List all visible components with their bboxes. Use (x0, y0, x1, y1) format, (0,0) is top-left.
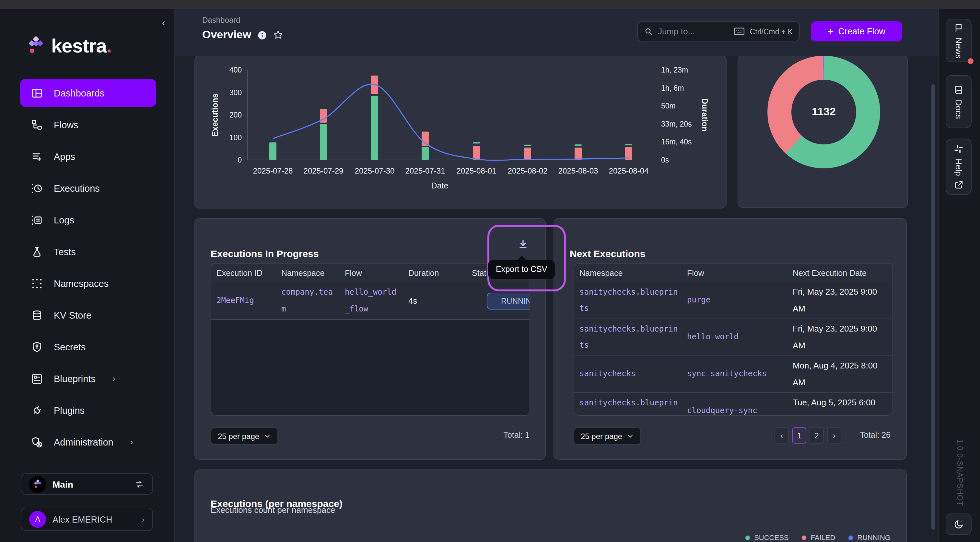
svg-text:2025-07-29: 2025-07-29 (304, 166, 344, 175)
sidebar-item-label: Administration (54, 437, 113, 447)
info-icon[interactable] (257, 30, 267, 40)
chevron-right-icon: › (130, 437, 133, 447)
table-row[interactable]: 2MeeFMig company.team hello_world_flow 4… (211, 282, 530, 320)
sidebar-item-tests[interactable]: Tests (20, 238, 156, 266)
executions-donut-card: 1132 (738, 56, 908, 208)
executions-donut-chart[interactable]: 1132 (767, 56, 880, 168)
topbar: Dashboard Overview Jump to... Ctrl/Cmd +… (175, 9, 939, 56)
flow-link[interactable]: hello-world (687, 319, 784, 355)
per-page-dropdown[interactable]: 25 per page (574, 427, 641, 445)
kvstore-icon (31, 309, 43, 321)
prev-page-button[interactable]: ‹ (775, 427, 789, 444)
page-button-2[interactable]: 2 (810, 427, 824, 444)
user-chevron-icon: › (142, 515, 145, 524)
column-header[interactable]: Namespace (281, 263, 342, 282)
namespace-link[interactable]: sanitychecks.blueprints (579, 282, 678, 319)
sidebar-item-logs[interactable]: Logs (20, 206, 156, 234)
tests-icon (31, 246, 43, 257)
secrets-icon (31, 341, 43, 353)
export-csv-icon[interactable] (517, 238, 529, 250)
flow-link[interactable]: cloudquery-sync (687, 393, 784, 416)
table-row[interactable]: sanitychecks.blueprints hello-world Fri,… (574, 319, 892, 356)
user-avatar: A (29, 511, 46, 528)
executions-timeline-chart-card: 40030020010001h, 23m1h, 6m50m33m, 20s16m… (194, 56, 727, 209)
rail-tab-help[interactable]: Help (946, 139, 972, 195)
legend-item-failed[interactable]: FAILED (802, 534, 835, 541)
flow-link[interactable]: purge (687, 282, 784, 319)
sidebar-item-label: Blueprints (54, 373, 95, 384)
table-row[interactable]: sanitychecks.blueprints cloudquery-sync … (574, 393, 892, 416)
namespace-link[interactable]: sanitychecks.blueprints (579, 393, 678, 416)
sidebar-item-blueprints[interactable]: Blueprints› (20, 365, 156, 392)
namespace-link[interactable]: company.team (281, 282, 336, 319)
sidebar-item-executions[interactable]: Executions (20, 174, 156, 202)
svg-text:2025-08-04: 2025-08-04 (609, 166, 649, 175)
execution-id-link[interactable]: 2MeeFMig (216, 282, 276, 319)
news-icon (953, 22, 964, 33)
executions-timeline-chart[interactable]: 40030020010001h, 23m1h, 6m50m33m, 20s16m… (195, 56, 726, 208)
sidebar-item-administration[interactable]: Administration› (20, 428, 156, 456)
sidebar-item-namespaces[interactable]: Namespaces (20, 269, 156, 297)
executions-in-progress-table: Execution IDNamespaceFlowDurationStatus … (211, 263, 530, 416)
slack-icon (953, 143, 964, 154)
favorite-star-icon[interactable] (272, 30, 283, 40)
status-badge[interactable]: RUNNING (487, 292, 530, 309)
table-header: Execution IDNamespaceFlowDurationStatus (211, 263, 530, 282)
sidebar-item-secrets[interactable]: Secrets (20, 333, 156, 361)
theme-toggle-button[interactable] (946, 513, 972, 535)
right-rail: News Docs Help 1.0.0-SNAPSHOT (939, 9, 980, 542)
namespace-link[interactable]: sanitychecks.blueprints (579, 319, 678, 355)
external-link-icon (954, 180, 964, 190)
panel-title: Next Executions (570, 248, 645, 259)
create-flow-button[interactable]: + Create Flow (811, 21, 902, 41)
sidebar-item-kv-store[interactable]: KV Store (20, 301, 156, 329)
breadcrumb[interactable]: Dashboard (202, 16, 240, 25)
svg-text:1h, 23m: 1h, 23m (661, 66, 688, 74)
rail-tab-news[interactable]: News (946, 19, 972, 62)
legend-item-success[interactable]: SUCCESS (745, 534, 789, 541)
kestra-wordmark: kestra. (51, 35, 112, 57)
sidebar-collapse-button[interactable]: ‹ (162, 17, 165, 28)
page-button-1[interactable]: 1 (792, 427, 806, 444)
tenant-selector[interactable]: Main (21, 473, 153, 495)
column-header[interactable]: Next Execution Date (793, 263, 889, 282)
moon-icon (953, 519, 964, 530)
flow-link[interactable]: hello_world_flow (345, 282, 401, 319)
switch-tenant-icon[interactable] (134, 479, 145, 489)
table-row[interactable]: sanitychecks sync_sanitychecks Mon, Aug … (574, 356, 892, 393)
sidebar-item-apps[interactable]: Apps (20, 143, 156, 170)
panel-subtitle: Executions count per namespace (211, 505, 335, 515)
column-header[interactable]: Execution ID (216, 263, 279, 282)
sidebar-item-label: Tests (54, 246, 76, 257)
svg-text:2025-07-28: 2025-07-28 (253, 166, 293, 175)
sidebar-item-plugins[interactable]: Plugins (20, 396, 156, 424)
column-header[interactable]: Flow (345, 263, 406, 282)
user-menu[interactable]: A Alex EMERICH › (21, 508, 153, 531)
legend-item-running[interactable]: RUNNING (848, 534, 891, 541)
svg-text:0s: 0s (661, 156, 669, 164)
page-title: Overview (202, 29, 251, 41)
svg-text:300: 300 (229, 89, 242, 97)
column-header[interactable]: Duration (408, 263, 469, 282)
version-label: 1.0.0-SNAPSHOT (955, 439, 964, 506)
sidebar: ‹ kestra. DashboardsFlowsAppsExecutionsL… (0, 9, 175, 542)
search-shortcut: Ctrl/Cmd + K (750, 27, 793, 35)
column-header[interactable]: Namespace (579, 263, 683, 282)
sidebar-item-flows[interactable]: Flows (20, 111, 156, 139)
column-header[interactable]: Flow (687, 263, 788, 282)
plugins-icon (31, 404, 43, 416)
next-page-button[interactable]: › (827, 427, 841, 444)
per-page-dropdown[interactable]: 25 per page (211, 427, 278, 445)
executions-per-namespace-card: Executions (per namespace) Executions co… (194, 469, 907, 542)
flow-link[interactable]: sync_sanitychecks (687, 356, 784, 392)
table-row[interactable]: sanitychecks.blueprints purge Fri, May 2… (574, 282, 892, 319)
rail-tab-docs[interactable]: Docs (946, 75, 972, 128)
chevron-right-icon: › (113, 374, 115, 384)
scrollbar-thumb[interactable] (931, 84, 935, 530)
jump-to-search[interactable]: Jump to... Ctrl/Cmd + K (637, 21, 800, 41)
namespace-link[interactable]: sanitychecks (579, 356, 678, 392)
next-executions-table: NamespaceFlowNext Execution Date sanityc… (574, 263, 893, 416)
user-name: Alex EMERICH (52, 515, 135, 524)
blueprints-icon (31, 372, 43, 384)
sidebar-item-dashboards[interactable]: Dashboards (20, 79, 156, 107)
